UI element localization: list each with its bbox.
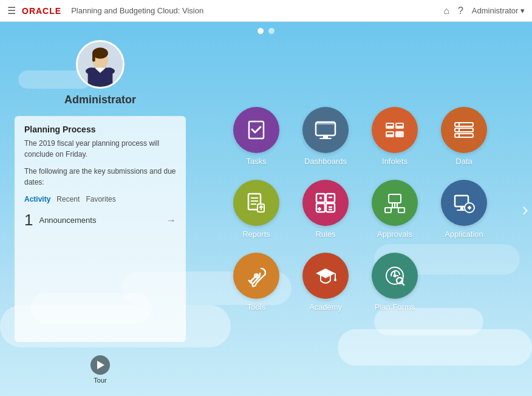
tile-approvals[interactable]: Approvals [364,180,425,239]
next-arrow[interactable]: › [522,198,528,220]
rules-icon-circle [302,180,349,226]
svg-point-7 [86,68,97,75]
approvals-icon-circle [372,180,418,226]
svg-marker-64 [316,268,335,278]
tab-favorites[interactable]: Favorites [86,195,115,203]
infolets-label: Infolets [382,157,408,166]
info-box: Planning Process The 2019 fiscal year pl… [15,116,186,342]
dashboards-icon-circle [302,107,349,153]
svg-rect-53 [460,207,463,210]
avatar-name: Administrator [64,94,136,106]
oracle-logo: ORACLE [22,6,61,16]
svg-line-72 [402,282,404,285]
tools-icon-circle [233,253,279,299]
svg-rect-48 [398,208,404,213]
application-icon-circle [441,180,487,226]
avatar [76,40,124,89]
header-right: ⌂ ? Administrator ▾ [443,5,525,16]
tile-dashboards[interactable]: Dashboards [295,107,356,166]
svg-rect-17 [395,131,404,137]
tasks-label: Tasks [246,157,266,166]
data-label: Data [455,157,472,166]
svg-rect-21 [455,123,473,126]
reports-label: Reports [242,230,270,239]
academy-icon-circle [302,253,349,299]
dashboards-label: Dashboards [304,157,347,166]
svg-rect-20 [397,124,403,126]
icons-grid: Tasks Dashboards [226,103,494,315]
right-panel: Tasks Dashboards [200,22,532,396]
application-label: Application [445,230,483,239]
avatar-section: Administrator [15,40,186,106]
svg-rect-11 [316,122,335,125]
svg-rect-19 [387,132,393,134]
play-triangle-icon [97,361,104,369]
plan-forms-icon-circle [372,253,418,299]
activity-count: 1 [24,211,33,230]
admin-menu[interactable]: Administrator ▾ [472,6,525,15]
tile-tasks[interactable]: Tasks [226,107,287,166]
svg-rect-47 [385,208,391,213]
help-icon[interactable]: ? [458,5,463,16]
tile-plan-forms[interactable]: Plan Forms [364,253,425,312]
main-content: Administrator Planning Process The 2019 … [0,22,532,396]
header: ☰ ORACLE Planning and Budgeting Cloud: V… [0,0,532,22]
hamburger-icon[interactable]: ☰ [7,5,16,16]
pagination-dot-2[interactable] [268,28,275,34]
tile-infolets[interactable]: Infolets [364,107,425,166]
svg-rect-36 [316,203,325,212]
tile-reports[interactable]: Reports [226,180,287,239]
header-left: ☰ ORACLE Planning and Budgeting Cloud: V… [7,5,203,16]
tour-section: Tour [15,355,186,384]
tile-application[interactable]: Application [434,180,494,239]
academy-label: Academy [309,302,342,312]
planning-process-title: Planning Process [24,125,176,134]
svg-point-70 [394,274,397,277]
activity-item-label: Announcements [39,216,160,225]
tile-rules[interactable]: Rules [295,180,356,239]
tour-play-button[interactable] [90,355,110,375]
home-icon[interactable]: ⌂ [443,5,449,16]
svg-rect-18 [387,124,393,126]
rules-label: Rules [315,230,335,239]
svg-point-66 [334,279,336,281]
svg-rect-12 [323,135,328,138]
tile-academy[interactable]: Academy [295,253,356,312]
tour-label: Tour [94,377,106,384]
svg-point-8 [104,68,115,75]
infolets-icon-circle [372,107,418,153]
tab-recent[interactable]: Recent [56,195,80,203]
planning-process-text2: The following are the key submissions an… [24,166,176,188]
pagination [257,28,275,34]
activity-tabs: Activity Recent Favorites [24,195,176,203]
svg-rect-45 [389,194,401,203]
svg-rect-22 [455,128,473,132]
plan-forms-label: Plan Forms [375,302,415,312]
pagination-dot-1[interactable] [257,28,264,34]
activity-row: 1 Announcements → [24,208,176,232]
tab-activity[interactable]: Activity [24,195,50,203]
svg-rect-23 [455,134,473,137]
left-panel: Administrator Planning Process The 2019 … [0,22,200,396]
tile-data[interactable]: Data [434,107,494,166]
tasks-icon-circle [233,107,279,153]
tools-label: Tools [247,302,265,312]
data-icon-circle [441,107,487,153]
activity-arrow-icon[interactable]: → [166,215,176,226]
header-title: Planning and Budgeting Cloud: Vision [71,6,203,15]
reports-icon-circle [233,180,279,226]
svg-rect-13 [319,138,332,139]
tile-tools[interactable]: Tools [226,253,287,312]
svg-rect-5 [92,53,95,62]
planning-process-text: The 2019 fiscal year planning process wi… [24,138,176,160]
approvals-label: Approvals [377,230,412,239]
